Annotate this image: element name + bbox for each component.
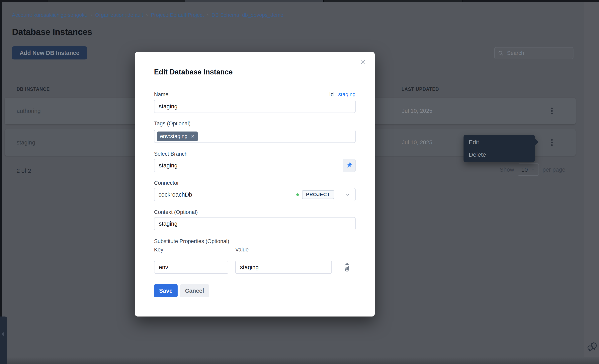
context-menu-pointer [535,138,538,146]
cancel-button[interactable]: Cancel [180,284,209,297]
breadcrumb: Account: kurosakiichigo.songoku › Organi… [12,12,283,18]
trash-icon [342,262,351,272]
column-header-last-updated: LAST UPDATED [401,87,439,92]
page-size-select[interactable]: 10 [518,163,539,176]
browser-tab-active [185,0,324,2]
context-label: Context (Optional) [154,209,198,215]
tag-remove-icon[interactable]: ✕ [191,134,194,139]
last-updated-value: Jul 10, 2025 [402,98,432,124]
id-label: Id [329,91,334,98]
last-updated-value: Jul 10, 2025 [402,129,432,156]
pin-icon [346,162,352,169]
search-input[interactable] [507,50,570,56]
connector-scope-badge: PROJECT [302,190,334,199]
db-instance-name: authoring [17,98,41,124]
column-header-db-instance: DB INSTANCE [17,87,50,92]
show-label: Show [500,166,514,173]
pin-branch-button[interactable] [343,159,355,172]
id-value-link[interactable]: staging [338,91,356,98]
substitute-value-input[interactable] [235,261,332,274]
breadcrumb-separator: › [207,12,209,18]
close-icon[interactable] [358,57,368,67]
bottom-shade [2,357,599,364]
browser-tab [47,0,185,2]
substitute-key-input[interactable] [154,261,228,274]
tags-label: Tags (Optional) [154,121,191,127]
browser-tab [324,0,463,2]
chat-bubbles-icon [587,341,598,353]
pagination-controls: Show 10 per page [500,163,565,176]
breadcrumb-organization-link[interactable]: Organization: default [95,12,143,18]
chevron-down-icon [345,192,350,197]
scroll-gutter [584,2,599,364]
browser-tab [463,0,578,2]
header-divider [2,38,599,38]
edit-db-instance-modal: Edit Database Instance Name Id : staging… [135,52,375,317]
branch-label: Select Branch [154,151,188,157]
breadcrumb-account-link[interactable]: Account: kurosakiichigo.songoku [12,12,88,18]
connector-label: Connector [154,180,179,186]
context-menu-delete[interactable]: Delete [464,149,535,161]
breadcrumb-schema-link[interactable]: DB Schema: db_devops_demo [212,12,283,18]
row-count-label: 2 of 2 [17,168,31,174]
branch-field [154,159,356,172]
connector-status-dot [296,193,299,196]
browser-tab-strip [0,0,599,2]
support-chat-button[interactable] [587,341,598,353]
breadcrumb-separator: › [146,12,148,18]
page-size-value: 10 [521,166,528,173]
page-title: Database Instances [12,27,92,37]
tag-chip-text: env:staging [160,133,188,140]
db-instance-name: staging [17,129,35,156]
branch-input[interactable] [154,159,343,172]
name-input[interactable] [154,100,356,113]
add-db-instance-button[interactable]: Add New DB Instance [12,46,87,60]
connector-select[interactable]: cockroachDb PROJECT [154,188,356,201]
connector-value: cockroachDb [159,191,192,198]
instance-id: Id : staging [329,91,356,98]
save-button[interactable]: Save [154,284,177,297]
chevron-down-icon [530,167,535,172]
context-input[interactable] [154,217,356,230]
row-context-menu: Edit Delete [464,135,535,162]
name-label: Name [154,91,168,98]
collapse-arrow-icon [1,332,4,337]
search-box[interactable] [494,47,573,59]
tags-input[interactable]: env:staging ✕ [154,130,356,143]
modal-title: Edit Database Instance [154,68,233,76]
key-label: Key [154,247,163,253]
per-page-label: per page [543,166,565,173]
id-separator: : [335,91,338,98]
search-icon [498,50,504,56]
browser-tab [0,0,47,2]
row-actions-kebab-icon[interactable] [547,98,557,124]
delete-property-button[interactable] [342,262,351,272]
context-menu-edit[interactable]: Edit [464,136,535,149]
sidebar-collapse-tab[interactable] [0,317,7,364]
value-label: Value [235,247,249,253]
substitute-properties-label: Substitute Properties (Optional) [154,238,229,244]
content-right-divider [584,2,584,364]
row-actions-kebab-icon[interactable] [547,129,557,156]
breadcrumb-project-link[interactable]: Project: Default Project [151,12,204,18]
breadcrumb-separator: › [91,12,92,18]
tag-chip: env:staging ✕ [157,132,198,141]
